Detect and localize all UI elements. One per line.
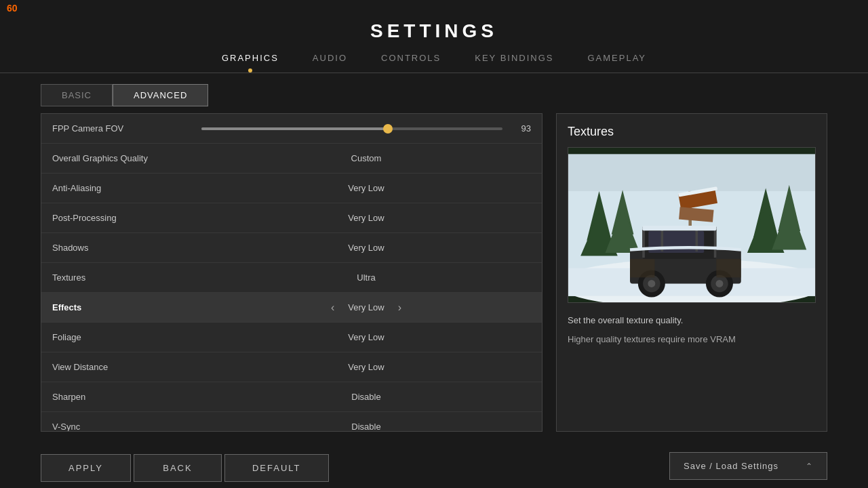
fpp-fov-value: 93 <box>511 123 531 134</box>
back-button[interactable]: BACK <box>134 454 222 482</box>
setting-label-pp: Post-Processing <box>52 213 201 223</box>
fps-counter: 60 <box>7 3 18 14</box>
svg-rect-19 <box>642 227 645 258</box>
page-title: SETTINGS <box>0 0 868 42</box>
setting-value-pp: Very Low <box>201 213 531 223</box>
setting-label-view-distance: View Distance <box>52 362 201 372</box>
tab-controls[interactable]: CONTROLS <box>381 53 441 67</box>
texture-desc2: Higher quality textures require more VRA… <box>568 333 816 346</box>
table-row: Textures Ultra <box>41 263 542 293</box>
effects-prev-arrow[interactable]: ‹ <box>331 302 334 314</box>
setting-label-quality: Overall Graphics Quality <box>52 153 201 163</box>
bottom-bar: APPLY BACK DEFAULT Save / Load Settings … <box>0 447 868 488</box>
setting-value-aa: Very Low <box>201 183 531 193</box>
table-row: Foliage Very Low <box>41 323 542 352</box>
setting-value-vsync: Disable <box>201 422 531 432</box>
setting-label-foliage: Foliage <box>52 332 201 342</box>
svg-rect-32 <box>716 259 741 277</box>
setting-value-foliage: Very Low <box>201 332 531 342</box>
apply-button[interactable]: APPLY <box>41 454 131 482</box>
setting-label-fpp: FPP Camera FOV <box>52 123 201 134</box>
svg-rect-20 <box>714 227 717 258</box>
setting-value-textures: Ultra <box>201 272 531 283</box>
setting-label-sharpen: Sharpen <box>52 392 201 402</box>
setting-label-aa: Anti-Aliasing <box>52 183 201 193</box>
effects-selector[interactable]: ‹ Very Low › <box>201 302 531 314</box>
texture-preview-image <box>568 147 816 303</box>
svg-rect-31 <box>630 259 654 277</box>
nav-tabs: GRAPHICS AUDIO CONTROLS KEY BINDINGS GAM… <box>0 53 868 73</box>
table-row: Effects ‹ Very Low › <box>41 293 542 323</box>
table-row: Shadows Very Low <box>41 233 542 263</box>
svg-point-26 <box>648 280 655 287</box>
setting-label-shadows: Shadows <box>52 243 201 253</box>
sub-tab-advanced[interactable]: ADVANCED <box>113 84 208 106</box>
sub-tab-basic[interactable]: BASIC <box>41 84 113 106</box>
setting-value-effects: Very Low <box>348 302 384 312</box>
setting-value-sharpen: Disable <box>201 392 531 402</box>
setting-label-effects: Effects <box>52 302 201 312</box>
table-row: Anti-Aliasing Very Low <box>41 174 542 203</box>
table-row: FPP Camera FOV 93 <box>41 114 542 144</box>
svg-point-29 <box>715 280 723 287</box>
table-row: Sharpen Disable <box>41 382 542 412</box>
tab-gameplay[interactable]: GAMEPLAY <box>587 53 646 67</box>
setting-value-view-distance: Very Low <box>201 362 531 372</box>
save-load-label: Save / Load Settings <box>684 461 778 471</box>
main-layout: FPP Camera FOV 93 Overall Graphics Quali… <box>41 113 827 432</box>
svg-rect-30 <box>642 226 716 230</box>
default-button[interactable]: DEFAULT <box>224 454 329 482</box>
sub-tabs: BASIC ADVANCED <box>41 84 529 106</box>
tab-keybindings[interactable]: KEY BINDINGS <box>475 53 553 67</box>
save-load-button[interactable]: Save / Load Settings ⌃ <box>669 452 827 480</box>
setting-label-vsync: V-Sync <box>52 422 201 432</box>
texture-desc1: Set the overall texture quality. <box>568 314 816 327</box>
chevron-up-icon: ⌃ <box>806 462 813 471</box>
texture-panel-title: Textures <box>568 125 816 139</box>
setting-label-textures: Textures <box>52 272 201 283</box>
table-row: Post-Processing Very Low <box>41 203 542 233</box>
table-row: View Distance Very Low <box>41 352 542 382</box>
tab-graphics[interactable]: GRAPHICS <box>222 53 279 67</box>
effects-next-arrow[interactable]: › <box>398 302 401 314</box>
right-panel: Textures <box>556 113 827 432</box>
settings-list: FPP Camera FOV 93 Overall Graphics Quali… <box>41 113 542 432</box>
table-row: V-Sync Disable <box>41 412 542 432</box>
setting-value-quality: Custom <box>201 153 531 163</box>
fpp-fov-slider[interactable]: 93 <box>201 123 531 134</box>
table-row: Overall Graphics Quality Custom <box>41 144 542 174</box>
setting-value-shadows: Very Low <box>201 243 531 253</box>
tab-audio[interactable]: AUDIO <box>313 53 347 67</box>
